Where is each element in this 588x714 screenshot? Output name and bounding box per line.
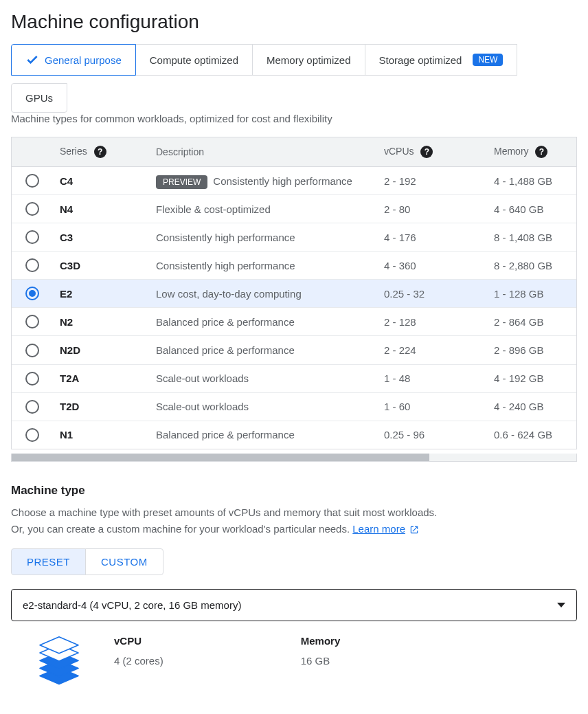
radio-icon[interactable] [25,372,39,386]
col-memory[interactable]: Memory ? [487,137,576,167]
col-radio [12,137,53,167]
radio-icon[interactable] [25,174,39,188]
col-series[interactable]: Series ? [53,137,149,167]
chevron-down-icon [557,603,565,607]
radio-cell[interactable] [12,252,53,280]
table-row[interactable]: E2Low cost, day-to-day computing0.25 - 3… [12,280,576,308]
category-tabs: General purpose Compute optimized Memory… [11,44,577,76]
table-row[interactable]: C3Consistently high performance4 - 1768 … [12,223,576,252]
table-row[interactable]: N4Flexible & cost-optimized2 - 804 - 640… [12,195,576,223]
series-name: N1 [53,421,149,449]
series-memory: 2 - 864 GB [487,308,576,336]
tab-label: Storage optimized [379,54,462,66]
machine-type-heading: Machine type [11,484,577,498]
series-vcpus: 0.25 - 32 [377,280,487,308]
table-row[interactable]: C4PREVIEWConsistently high performance2 … [12,167,576,195]
series-description: PREVIEWConsistently high performance [149,167,377,195]
memory-value: 16 GB [301,655,341,667]
radio-cell[interactable] [12,167,53,195]
vcpu-label: vCPU [114,635,163,647]
radio-icon[interactable] [25,202,39,216]
radio-cell[interactable] [12,364,53,392]
table-row[interactable]: T2DScale-out workloads1 - 604 - 240 GB [12,392,576,421]
spec-vcpu: vCPU 4 (2 cores) [114,635,163,667]
preset-custom-toggle: PRESET CUSTOM [11,548,577,575]
radio-cell[interactable] [12,336,53,364]
radio-icon[interactable] [25,230,39,244]
table-row[interactable]: N2Balanced price & performance2 - 1282 -… [12,308,576,336]
series-memory: 4 - 192 GB [487,364,576,392]
series-memory: 8 - 2,880 GB [487,252,576,280]
series-memory: 4 - 240 GB [487,392,576,421]
machine-type-select[interactable]: e2-standard-4 (4 vCPU, 2 core, 16 GB mem… [11,589,577,621]
series-name: E2 [53,280,149,308]
series-vcpus: 2 - 80 [377,195,487,223]
series-name: C3D [53,252,149,280]
series-description: Consistently high performance [149,223,377,252]
col-description[interactable]: Description [149,137,377,167]
radio-cell[interactable] [12,421,53,449]
category-description: Machine types for common workloads, opti… [11,113,577,124]
series-table: Series ? Description vCPUs ? Memory ? C4… [11,137,577,449]
col-vcpus[interactable]: vCPUs ? [377,137,487,167]
select-value: e2-standard-4 (4 vCPU, 2 core, 16 GB mem… [23,599,241,611]
preset-button[interactable]: PRESET [11,548,86,575]
radio-icon[interactable] [25,287,39,300]
layers-icon [32,634,87,689]
tab-label: Compute optimized [150,54,238,66]
series-name: N2 [53,308,149,336]
machine-spec-row: vCPU 4 (2 cores) Memory 16 GB [11,634,577,689]
series-vcpus: 4 - 360 [377,252,487,280]
tab-storage-optimized[interactable]: Storage optimized NEW [365,44,518,76]
table-row[interactable]: T2AScale-out workloads1 - 484 - 192 GB [12,364,576,392]
custom-button[interactable]: CUSTOM [85,548,163,575]
radio-icon[interactable] [25,344,39,357]
radio-cell[interactable] [12,195,53,223]
radio-icon[interactable] [25,428,39,442]
series-description: Balanced price & performance [149,421,377,449]
series-description: Flexible & cost-optimized [149,195,377,223]
series-name: T2A [53,364,149,392]
help-icon[interactable]: ? [94,146,106,158]
tab-gpus[interactable]: GPUs [11,83,67,113]
radio-cell[interactable] [12,223,53,252]
table-row[interactable]: C3DConsistently high performance4 - 3608… [12,252,576,280]
category-tabs-row2: GPUs [11,83,577,113]
series-name: N2D [53,336,149,364]
series-name: T2D [53,392,149,421]
tab-memory-optimized[interactable]: Memory optimized [252,44,365,76]
learn-more-link[interactable]: Learn more [352,523,405,535]
series-name: N4 [53,195,149,223]
series-memory: 4 - 640 GB [487,195,576,223]
check-icon [25,53,39,67]
spec-memory: Memory 16 GB [301,635,341,667]
tab-compute-optimized[interactable]: Compute optimized [135,44,253,76]
radio-cell[interactable] [12,308,53,336]
series-vcpus: 1 - 48 [377,364,487,392]
machine-type-description: Choose a machine type with preset amount… [11,504,577,537]
radio-cell[interactable] [12,392,53,421]
help-icon[interactable]: ? [420,146,433,158]
scrollbar-thumb[interactable] [12,454,429,461]
help-icon[interactable]: ? [535,146,547,158]
external-link-icon [409,525,419,535]
table-row[interactable]: N2DBalanced price & performance2 - 2242 … [12,336,576,364]
series-vcpus: 2 - 224 [377,336,487,364]
series-memory: 2 - 896 GB [487,336,576,364]
series-memory: 8 - 1,408 GB [487,223,576,252]
radio-icon[interactable] [25,400,39,414]
table-row[interactable]: N1Balanced price & performance0.25 - 960… [12,421,576,449]
series-vcpus: 0.25 - 96 [377,421,487,449]
radio-icon[interactable] [25,258,39,272]
series-vcpus: 2 - 128 [377,308,487,336]
radio-icon[interactable] [25,315,39,328]
vcpu-value: 4 (2 cores) [114,655,163,667]
series-description: Scale-out workloads [149,364,377,392]
radio-cell[interactable] [12,280,53,308]
horizontal-scrollbar[interactable] [11,454,577,462]
tab-label: Memory optimized [267,54,351,66]
series-vcpus: 4 - 176 [377,223,487,252]
tab-general-purpose[interactable]: General purpose [11,44,136,76]
tab-label: GPUs [25,92,53,104]
series-description: Balanced price & performance [149,308,377,336]
